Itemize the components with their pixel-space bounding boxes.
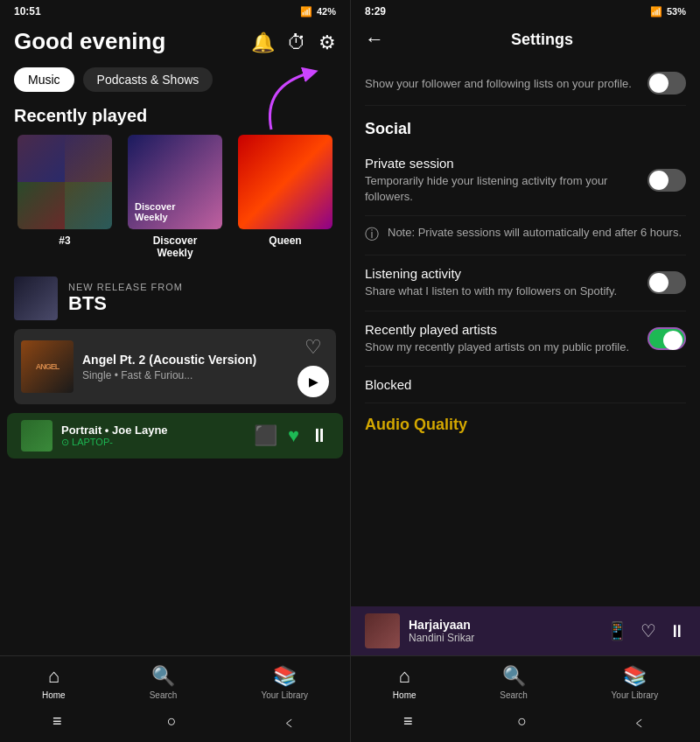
song-actions: ♡ ▶ bbox=[298, 336, 329, 397]
home-icon: ⌂ bbox=[48, 665, 60, 688]
status-bar-left: 10:51 📶 42% bbox=[0, 0, 350, 21]
new-release-from-label: NEW RELEASE FROM bbox=[68, 282, 183, 292]
bottom-nav-right: ⌂ Home 🔍 Search 📚 Your Library bbox=[351, 655, 700, 707]
now-playing-bar-right[interactable]: Harjaiyaan Nandini Srikar 📱 ♡ ⏸ bbox=[351, 606, 700, 655]
note-row: ⓘ Note: Private sessions will automatica… bbox=[365, 216, 686, 256]
settings-header: ← Settings bbox=[351, 21, 700, 61]
now-playing-bar[interactable]: Portrait • Joe Layne ⊙ LAPTOP- ⬛ ♥ ⏸ bbox=[7, 413, 343, 458]
nav-home-label-right: Home bbox=[393, 690, 416, 700]
nav-search-right[interactable]: 🔍 Search bbox=[500, 665, 528, 700]
listening-activity-label: Listening activity bbox=[365, 266, 634, 281]
heart-icon-right[interactable]: ♡ bbox=[640, 620, 656, 641]
discover-thumb: DiscoverWeekly bbox=[128, 135, 222, 229]
battery-right: 53% bbox=[667, 6, 686, 17]
listening-activity-toggle[interactable] bbox=[648, 271, 686, 294]
album-card-queen[interactable]: Queen bbox=[234, 135, 336, 259]
status-icons-left: 📶 42% bbox=[300, 6, 336, 18]
bts-thumb bbox=[14, 276, 58, 320]
follower-toggle[interactable] bbox=[648, 72, 686, 94]
recently-played-grid: #3 DiscoverWeekly DiscoverWeekly Queen bbox=[0, 135, 350, 270]
song-meta: Single • Fast & Furiou... bbox=[82, 369, 289, 382]
wifi-icon-right: 📶 bbox=[650, 6, 662, 18]
tabs-row: Music Podcasts & Shows bbox=[0, 64, 350, 102]
follower-toggle-knob bbox=[649, 74, 668, 93]
album-label-discover: DiscoverWeekly bbox=[153, 234, 198, 259]
phone-back-icon-right[interactable]: ﹤ bbox=[632, 712, 648, 733]
header-icons: 🔔 ⏱ ⚙ bbox=[251, 28, 336, 54]
home-icon-right: ⌂ bbox=[399, 665, 410, 688]
search-icon: 🔍 bbox=[151, 665, 175, 688]
recently-played-artists-desc: Show my recently played artists on my pu… bbox=[365, 340, 634, 355]
timer-icon[interactable]: ⏱ bbox=[287, 32, 306, 54]
wifi-icon: 📶 bbox=[300, 6, 312, 18]
album-label-3: #3 bbox=[59, 234, 70, 247]
nav-home-right[interactable]: ⌂ Home bbox=[393, 665, 416, 700]
play-button[interactable]: ▶ bbox=[298, 366, 329, 397]
device-icon-right[interactable]: 📱 bbox=[606, 620, 628, 641]
setting-follower-desc: Show your follower and following lists o… bbox=[365, 76, 634, 92]
setting-follower-row: Show your follower and following lists o… bbox=[365, 61, 686, 106]
audio-quality-title: Audio Quality bbox=[365, 416, 686, 434]
private-session-toggle[interactable] bbox=[648, 169, 686, 192]
phone-menu-icon[interactable]: ≡ bbox=[52, 712, 62, 733]
nav-library[interactable]: 📚 Your Library bbox=[261, 665, 308, 700]
recently-played-title: Recently played bbox=[0, 102, 350, 135]
nav-search[interactable]: 🔍 Search bbox=[150, 665, 178, 700]
np-artist-right: Nandini Srikar bbox=[409, 632, 598, 644]
private-session-label: Private session bbox=[365, 156, 634, 171]
heart-np-icon[interactable]: ♥ bbox=[288, 424, 299, 447]
recently-played-artists-label-block: Recently played artists Show my recently… bbox=[365, 322, 648, 355]
settings-content: Show your follower and following lists o… bbox=[351, 61, 700, 606]
new-release-artist: BTS bbox=[68, 292, 183, 315]
listening-activity-desc: Share what I listen to with my followers… bbox=[365, 284, 634, 299]
settings-icon[interactable]: ⚙ bbox=[318, 32, 336, 54]
header-left: Good evening 🔔 ⏱ ⚙ bbox=[0, 21, 350, 64]
back-button[interactable]: ← bbox=[365, 28, 384, 51]
phone-nav-left: ≡ ○ ﹤ bbox=[0, 707, 350, 742]
phone-menu-icon-right[interactable]: ≡ bbox=[403, 712, 413, 733]
private-session-knob bbox=[649, 171, 668, 190]
nav-library-right[interactable]: 📚 Your Library bbox=[612, 665, 659, 700]
np-info: Portrait • Joe Layne ⊙ LAPTOP- bbox=[61, 424, 245, 448]
setting-blocked[interactable]: Blocked bbox=[365, 367, 686, 403]
np-actions: ⬛ ♥ ⏸ bbox=[254, 424, 329, 447]
tab-music[interactable]: Music bbox=[14, 67, 74, 92]
device-icon[interactable]: ⬛ bbox=[254, 424, 277, 447]
nav-home[interactable]: ⌂ Home bbox=[42, 665, 66, 700]
nav-home-label: Home bbox=[42, 690, 66, 700]
phone-home-icon[interactable]: ○ bbox=[167, 712, 177, 733]
library-icon: 📚 bbox=[273, 665, 297, 688]
recently-played-artists-label: Recently played artists bbox=[365, 322, 634, 337]
song-art-text: ANGEL bbox=[36, 362, 60, 371]
thumb-cell-2 bbox=[65, 135, 112, 182]
nav-library-label: Your Library bbox=[261, 690, 308, 700]
search-icon-right: 🔍 bbox=[502, 665, 526, 688]
song-card[interactable]: ANGEL Angel Pt. 2 (Acoustic Version) Sin… bbox=[14, 329, 336, 404]
bell-icon[interactable]: 🔔 bbox=[251, 32, 275, 54]
song-art: ANGEL bbox=[21, 340, 74, 393]
status-icons-right: 📶 53% bbox=[650, 6, 686, 18]
nav-search-label: Search bbox=[150, 690, 178, 700]
phone-back-icon[interactable]: ﹤ bbox=[282, 712, 298, 733]
new-release-section: NEW RELEASE FROM BTS bbox=[0, 270, 350, 329]
private-session-desc: Temporarily hide your listening activity… bbox=[365, 173, 634, 205]
thumb-cell-1 bbox=[18, 135, 65, 182]
bottom-nav-left: ⌂ Home 🔍 Search 📚 Your Library bbox=[0, 655, 350, 707]
np-actions-right: 📱 ♡ ⏸ bbox=[606, 620, 686, 641]
setting-listening-activity: Listening activity Share what I listen t… bbox=[365, 256, 686, 311]
audio-quality-section: Audio Quality bbox=[365, 403, 686, 444]
pause-icon-right[interactable]: ⏸ bbox=[668, 621, 686, 641]
recently-played-artists-toggle[interactable] bbox=[648, 327, 686, 350]
album-card-discover[interactable]: DiscoverWeekly DiscoverWeekly bbox=[124, 135, 226, 259]
blocked-label: Blocked bbox=[365, 377, 686, 392]
nav-search-label-right: Search bbox=[500, 690, 528, 700]
time-left: 10:51 bbox=[14, 5, 41, 18]
album-card-3[interactable]: #3 bbox=[14, 135, 116, 259]
queen-thumb bbox=[238, 135, 332, 229]
tab-podcasts[interactable]: Podcasts & Shows bbox=[83, 67, 214, 92]
time-right: 8:29 bbox=[365, 5, 386, 18]
heart-icon[interactable]: ♡ bbox=[304, 336, 322, 359]
listening-activity-knob bbox=[649, 273, 668, 292]
pause-icon[interactable]: ⏸ bbox=[310, 424, 329, 447]
phone-home-icon-right[interactable]: ○ bbox=[517, 712, 527, 733]
